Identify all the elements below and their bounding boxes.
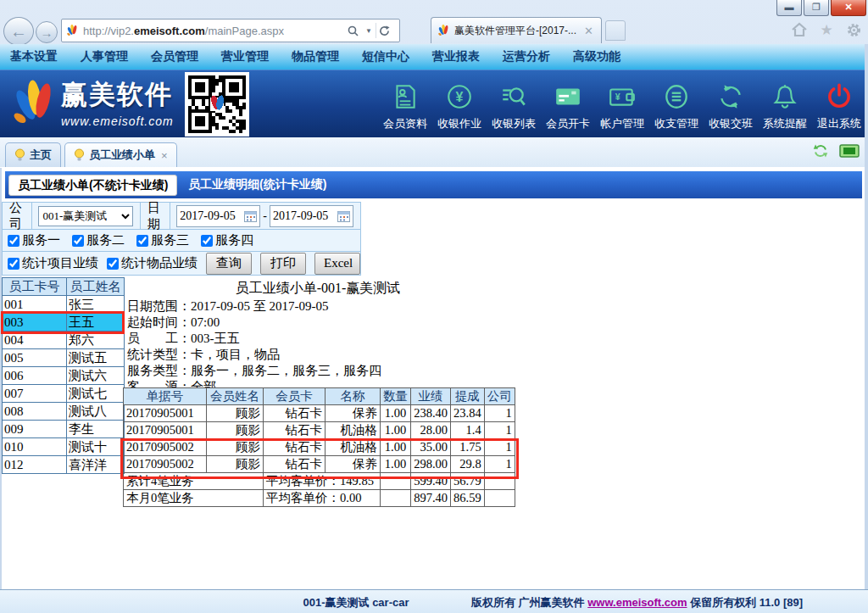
browser-tab-close-icon[interactable]: ✕ (581, 25, 596, 37)
header-action-cashier-yen[interactable]: ¥收银作业 (432, 72, 487, 137)
search-icon[interactable] (348, 25, 364, 36)
excel-button[interactable]: Excel (314, 253, 360, 275)
close-button[interactable]: ✕ (831, 0, 866, 16)
employee-name: 王五 (67, 314, 125, 332)
stat-checkbox-1[interactable]: 统计项目业绩 (8, 255, 98, 271)
date-separator: - (263, 209, 267, 223)
page-tab-home[interactable]: 主页 (5, 142, 61, 167)
detail-cell: 29.8 (451, 456, 485, 473)
service-checkbox-input[interactable] (136, 235, 148, 247)
menu-item-2[interactable]: 人事管理 (81, 49, 128, 64)
checkbox-label: 服务一 (22, 232, 60, 248)
detail-cell: 钻石卡 (264, 422, 326, 439)
detail-column-header: 单据号 (124, 388, 207, 405)
calendar-icon[interactable] (337, 210, 350, 222)
employee-row[interactable]: 012喜洋洋 (3, 456, 125, 474)
company-select[interactable]: 001-赢美测试 (38, 206, 133, 226)
employee-row[interactable]: 008测试八 (3, 403, 125, 421)
info-value: 服务一，服务二，服务三，服务四 (191, 364, 381, 377)
menu-item-1[interactable]: 基本设置 (10, 49, 58, 64)
subtab-bar: 员工业绩小单(不统计卡业绩)员工业绩明细(统计卡业绩) (5, 171, 862, 198)
employee-row[interactable]: 004郑六 (3, 332, 125, 349)
restore-button[interactable]: ❐ (804, 0, 829, 16)
menu-item-8[interactable]: 运营分析 (503, 49, 550, 64)
employee-name: 测试五 (67, 349, 125, 367)
info-label: 员 工： (127, 332, 191, 345)
service-checkbox-4[interactable]: 服务四 (201, 232, 253, 248)
menu-item-4[interactable]: 营业管理 (221, 49, 269, 64)
brand-block: 赢美软件 www.emeisoft.com (61, 77, 174, 128)
header-action-list-circle[interactable]: 收支管理 (649, 72, 704, 137)
menu-item-3[interactable]: 会员管理 (151, 49, 198, 64)
employee-row[interactable]: 010测试十 (3, 438, 125, 456)
service-checkbox-2[interactable]: 服务二 (72, 232, 125, 248)
employee-row[interactable]: 001张三 (3, 296, 125, 314)
info-value: 2017-09-05 至 2017-09-05 (191, 299, 328, 313)
service-checkbox-1[interactable]: 服务一 (8, 232, 60, 248)
header-action-bell[interactable]: 系统提醒 (758, 72, 812, 137)
detail-cell: 1 (484, 456, 515, 473)
service-checkbox-3[interactable]: 服务三 (136, 232, 189, 248)
detail-cell: 23.84 (451, 405, 485, 422)
header-action-member-profile[interactable]: 会员资料 (378, 72, 432, 137)
page-tab-close-icon[interactable]: × (161, 149, 168, 162)
forward-button[interactable]: → (36, 21, 58, 43)
menu-item-6[interactable]: 短信中心 (362, 49, 409, 64)
service-checkbox-input[interactable] (201, 235, 213, 247)
back-button[interactable]: ← (3, 17, 34, 46)
refresh-page-icon[interactable] (812, 143, 829, 159)
minimize-button[interactable]: ▬ (776, 0, 802, 16)
service-checkbox-input[interactable] (8, 235, 19, 247)
menu-item-9[interactable]: 高级功能 (573, 49, 620, 64)
settings-gear-icon[interactable] (844, 20, 863, 39)
new-tab-button[interactable] (605, 20, 626, 41)
date-to-input[interactable]: 2017-09-05 (270, 205, 353, 227)
calendar-icon[interactable] (244, 210, 257, 222)
detail-cell: 20170905001 (124, 422, 207, 439)
browser-tab-title: 赢美软件管理平台-[2017-... (454, 24, 581, 38)
refresh-icon[interactable] (379, 25, 396, 36)
page-tab-strip: 主页员工业绩小单× (0, 137, 868, 168)
employee-row[interactable]: 005测试五 (3, 349, 125, 367)
header-action-power[interactable]: 退出系统 (812, 72, 866, 137)
detail-row: 20170905002顾影钻石卡机油格1.0035.001.751 (124, 439, 515, 456)
detail-cell: 保养 (326, 456, 381, 473)
subtab-1[interactable]: 员工业绩小单(不统计卡业绩) (8, 175, 177, 196)
query-button[interactable]: 查询 (206, 253, 252, 275)
summary-qty (381, 490, 411, 507)
print-button[interactable]: 打印 (260, 253, 306, 275)
subtab-2[interactable]: 员工业绩明细(统计卡业绩) (188, 177, 326, 192)
detail-row: 20170905002顾影钻石卡保养1.00298.0029.81 (124, 456, 515, 473)
employee-row[interactable]: 007测试七 (3, 385, 125, 403)
header-action-wallet[interactable]: ¥帐户管理 (595, 72, 649, 137)
service-checkbox-input[interactable] (72, 235, 84, 247)
stat-checkbox-input[interactable] (107, 258, 119, 270)
emeisoft-link[interactable]: www.emeisoft.com (587, 596, 687, 609)
home-icon[interactable] (790, 20, 809, 39)
stat-checkbox-input[interactable] (8, 258, 19, 270)
wallet-icon: ¥ (608, 80, 637, 114)
page-tab-report[interactable]: 员工业绩小单× (64, 142, 177, 167)
header-action-search-list[interactable]: 收银列表 (487, 72, 541, 137)
qr-code (185, 72, 249, 137)
performance-detail-table: 单据号会员姓名会员卡名称数量业绩提成公司 20170905001顾影钻石卡保养1… (123, 387, 515, 507)
menu-item-7[interactable]: 营业报表 (432, 49, 480, 64)
employee-row[interactable]: 003王五 (3, 314, 125, 332)
menu-item-5[interactable]: 物品管理 (292, 49, 339, 64)
summary-ticheng: 86.59 (451, 490, 485, 507)
header-action-shift-arrows[interactable]: 收银交班 (704, 72, 758, 137)
favorites-star-icon[interactable]: ★ (817, 20, 836, 39)
toggle-panel-icon[interactable] (839, 144, 860, 158)
stat-checkbox-2[interactable]: 统计物品业绩 (107, 255, 198, 271)
header-action-member-card[interactable]: 会员开卡 (541, 72, 595, 137)
detail-row: 20170905001顾影钻石卡保养1.00238.4023.841 (124, 405, 515, 422)
date-label: 日期 (141, 203, 170, 229)
employee-row[interactable]: 009李生 (3, 421, 125, 438)
main-menu-bar: 基本设置人事管理会员管理营业管理物品管理短信中心营业报表运营分析高级功能 (0, 44, 868, 70)
address-bar[interactable]: http://vip2.emeisoft.com/mainPage.aspx ▼ (61, 19, 400, 42)
date-from-input[interactable]: 2017-09-05 (176, 205, 260, 227)
detail-column-header: 业绩 (411, 388, 451, 405)
browser-tab[interactable]: 赢美软件管理平台-[2017-... ✕ (431, 17, 602, 43)
employee-row[interactable]: 006测试六 (3, 367, 125, 385)
search-dropdown-icon[interactable]: ▼ (364, 27, 373, 35)
